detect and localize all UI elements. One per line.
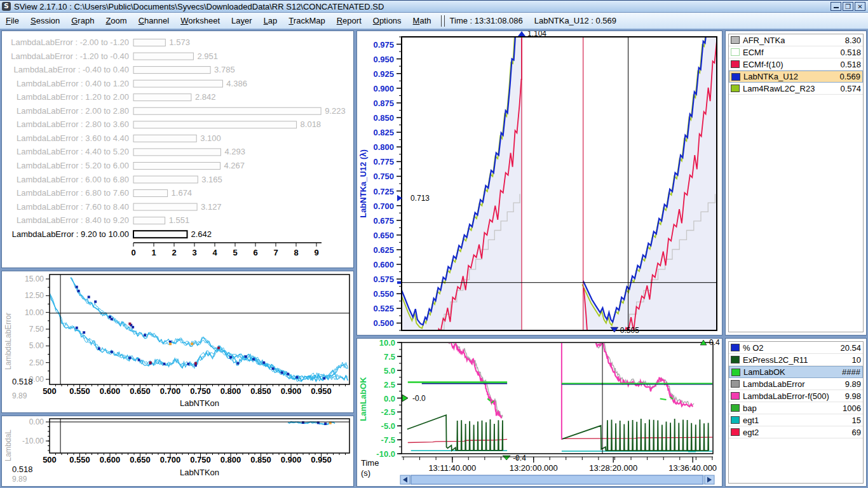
- bar[interactable]: [133, 135, 196, 142]
- channel-row[interactable]: ECMf0.518: [729, 46, 863, 58]
- channel-row[interactable]: Lam4RawL2C_R230.574: [729, 83, 863, 95]
- x-tick-label: 9: [314, 248, 318, 257]
- bar[interactable]: [133, 149, 220, 156]
- channel-value: 20.54: [840, 343, 861, 353]
- menu-trackmap[interactable]: TrackMap: [283, 16, 330, 25]
- y-tick-label: 0.725: [373, 187, 394, 196]
- menu-file[interactable]: File: [0, 16, 25, 25]
- menu-bar: FileSessionGraphZoomChannelWorksheetLaye…: [0, 13, 868, 29]
- channel-color-swatch: [731, 85, 740, 92]
- channel-row[interactable]: LambdaLabError-f(500)9.98: [729, 390, 863, 402]
- small-scatter-panel: LambdaL0.00-10.000.5500.6000.6500.7000.7…: [1, 416, 354, 487]
- x-axis-label: LabNTKon: [180, 398, 219, 408]
- bar[interactable]: [133, 203, 197, 210]
- channel-row[interactable]: ExPressL2C_R1110: [729, 354, 863, 366]
- channel-row[interactable]: LamLabOK####: [729, 366, 863, 378]
- time-scrollbar[interactable]: [400, 475, 714, 484]
- scatter-chart[interactable]: LambdaLabError0.002.505.007.5010.0012.50…: [2, 271, 353, 412]
- bar[interactable]: [133, 190, 168, 197]
- restore-button[interactable]: ❐: [843, 2, 853, 11]
- cursor-x-value: 0.518: [12, 464, 33, 474]
- app-icon: S: [2, 2, 11, 11]
- menu-report[interactable]: Report: [331, 16, 367, 25]
- channel-value: 1006: [843, 403, 861, 413]
- menu-graph[interactable]: Graph: [65, 16, 100, 25]
- x-tick-label: 0.900: [281, 386, 302, 396]
- channel-row[interactable]: egt269: [729, 426, 863, 438]
- y-axis-label: LabNTKa_U12 (λ): [358, 149, 368, 218]
- y-tick-label: 0.650: [373, 231, 394, 240]
- y-tick-label: 7.5: [384, 352, 395, 362]
- max-value-label: 1.104: [527, 31, 546, 38]
- channel-value: 0.569: [839, 72, 860, 81]
- scatter-trace: [71, 277, 348, 379]
- y-tick-label: 0.600: [373, 260, 394, 269]
- bar-category-label: LambdaLabError : 2.00 to 2.80: [17, 106, 129, 116]
- x-tick-label: 0.650: [130, 386, 151, 396]
- track-value-label: -0.0: [412, 394, 426, 403]
- min-value-marker: [503, 456, 510, 460]
- x-tick-label: 3: [192, 248, 196, 257]
- minimize-button[interactable]: [831, 2, 841, 11]
- title-bar[interactable]: S SView 2.17.10 : C:\Users\Public\Docume…: [0, 0, 868, 13]
- menu-layer[interactable]: Layer: [226, 16, 258, 25]
- x-tick-label-partial: 500: [43, 386, 57, 396]
- close-button[interactable]: ✕: [855, 2, 865, 11]
- bar[interactable]: [133, 176, 198, 183]
- y-tick-label: 0.575: [373, 274, 394, 284]
- menu-options[interactable]: Options: [367, 16, 407, 25]
- x-tick-label: 8: [294, 248, 298, 257]
- channel-value: ####: [842, 367, 860, 377]
- small-scatter-chart[interactable]: LambdaL0.00-10.000.5500.6000.6500.7000.7…: [2, 416, 353, 486]
- bar[interactable]: [133, 121, 297, 128]
- menu-separator: [441, 15, 445, 27]
- bar-value-label: 3.165: [201, 175, 222, 184]
- scatter-trace: [71, 278, 348, 381]
- channel-row[interactable]: AFR_NTKa8.30: [729, 34, 863, 46]
- lamlabok-time-chart[interactable]: LamLabOK-10.0-7.5-5.0-2.50.02.55.07.510.…: [357, 339, 722, 486]
- channel-row[interactable]: LambdaLabError9.89: [729, 378, 863, 390]
- y-tick-label: 2.50: [29, 358, 44, 367]
- bar[interactable]: [133, 67, 210, 74]
- bar[interactable]: [133, 231, 187, 238]
- bar[interactable]: [133, 53, 193, 60]
- series-lambdalaberror: [447, 339, 503, 418]
- channel-row[interactable]: LabNTKa_U120.569: [729, 71, 863, 83]
- y-tick-label: 0.00: [29, 417, 44, 426]
- y-tick-label: -10.0: [376, 449, 395, 459]
- lambda-time-chart[interactable]: LabNTKa_U12 (λ)0.5000.5250.5500.5750.600…: [357, 31, 722, 335]
- channel-color-swatch: [731, 380, 740, 388]
- menu-lap[interactable]: Lap: [258, 16, 283, 25]
- bar[interactable]: [133, 107, 321, 114]
- bar[interactable]: [133, 94, 191, 101]
- x-tick-label: 0.800: [220, 455, 241, 464]
- channel-name: LambdaLabError-f(500): [743, 391, 829, 401]
- histogram-chart[interactable]: LambdaLabError : -2.00 to -1.201.573Lamb…: [2, 31, 353, 268]
- channel-name: LabNTKa_U12: [743, 72, 798, 81]
- channel-row[interactable]: ECMf-f(10)0.518: [729, 58, 863, 71]
- channel-row[interactable]: egt115: [729, 414, 863, 426]
- menu-worksheet[interactable]: Worksheet: [175, 16, 226, 25]
- y-tick-label: -2.5: [381, 407, 395, 417]
- bar-category-label: LambdaLabError : 4.40 to 5.20: [17, 147, 129, 156]
- menu-zoom[interactable]: Zoom: [100, 16, 132, 25]
- channel-row[interactable]: bap1006: [729, 402, 863, 414]
- bar[interactable]: [133, 80, 222, 87]
- y-tick-label: 15.00: [25, 274, 44, 283]
- bar[interactable]: [133, 39, 165, 46]
- menu-session[interactable]: Session: [25, 16, 65, 25]
- channel-row[interactable]: % O220.54: [729, 342, 863, 354]
- bar[interactable]: [133, 217, 165, 224]
- x-tick-label: 0.600: [100, 386, 121, 396]
- channel-name: Lam4RawL2C_R23: [743, 84, 815, 93]
- bar[interactable]: [133, 162, 220, 169]
- scrollbar-thumb[interactable]: [411, 475, 703, 484]
- x-tick-label: 0.900: [281, 455, 302, 464]
- channel-color-swatch: [731, 356, 740, 363]
- y-axis-label: LamLabOK: [358, 377, 368, 421]
- menu-math[interactable]: Math: [407, 16, 437, 25]
- sview-window: { "window": { "title": "SView 2.17.10 : …: [0, 0, 868, 488]
- menu-channel[interactable]: Channel: [133, 16, 175, 25]
- y-tick-label: 5.00: [29, 341, 44, 350]
- bar-value-label: 3.127: [201, 202, 222, 212]
